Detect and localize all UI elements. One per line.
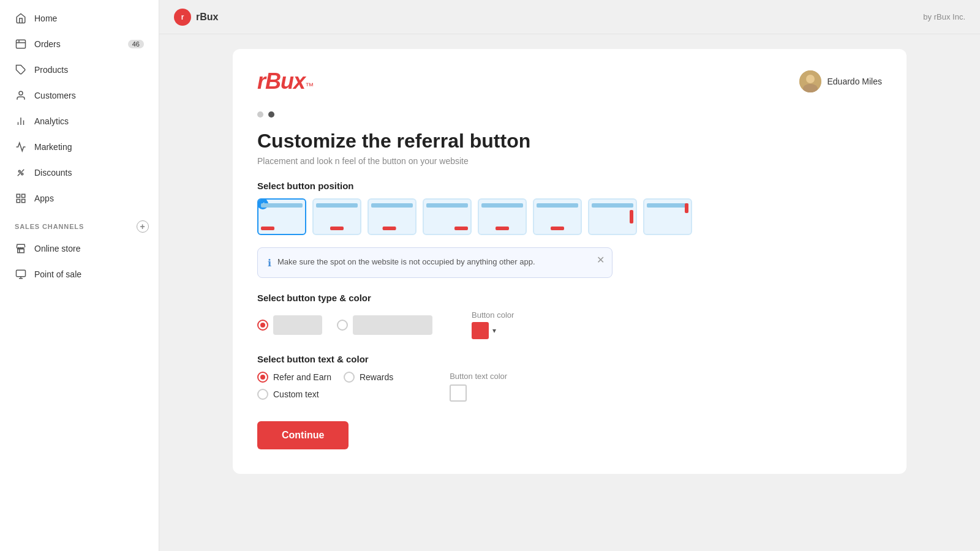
topbar-logo: r rBux	[174, 9, 218, 26]
discounts-icon	[15, 167, 27, 179]
text-color-label: Button text color	[450, 372, 507, 381]
svg-point-9	[21, 173, 23, 175]
color-swatch[interactable]	[472, 322, 489, 339]
orders-icon	[15, 38, 27, 50]
sidebar-item-orders[interactable]: Orders 46	[5, 32, 154, 56]
position-option-4[interactable]	[423, 198, 472, 235]
text-options-row: Refer and Earn Rewards	[257, 372, 393, 383]
position-option-8[interactable]	[643, 198, 692, 235]
info-banner-text: Make sure the spot on the website is not…	[277, 257, 535, 268]
sidebar-item-label: Online store	[34, 244, 80, 253]
app-header: rBux™ Eduardo Miles	[257, 69, 882, 94]
user-info: Eduardo Miles	[799, 70, 883, 92]
svg-point-4	[19, 91, 23, 95]
user-name: Eduardo Miles	[827, 77, 883, 86]
sidebar-item-label: Analytics	[34, 116, 69, 126]
sidebar-item-label: Customers	[34, 91, 76, 100]
position-option-6[interactable]	[533, 198, 582, 235]
stepper-dots	[257, 111, 882, 118]
button-type-long[interactable]	[337, 315, 432, 335]
refer-earn-label: Refer and Earn	[273, 372, 331, 382]
radio-refer-earn[interactable]	[257, 372, 268, 383]
sales-channels-section: SALES CHANNELS +	[0, 212, 159, 235]
button-color-section: Button color ▾	[472, 310, 514, 339]
svg-rect-12	[22, 194, 25, 197]
info-banner-close-button[interactable]: ✕	[597, 254, 605, 266]
sidebar-item-marketing[interactable]: Marketing	[5, 135, 154, 159]
svg-point-8	[18, 170, 20, 172]
svg-rect-14	[22, 200, 25, 203]
store-icon	[15, 242, 27, 255]
position-option-3[interactable]	[368, 198, 417, 235]
info-icon: ℹ	[268, 257, 271, 269]
color-dropdown-arrow[interactable]: ▾	[492, 326, 496, 335]
position-option-1[interactable]: ✓	[257, 198, 306, 235]
content-area: rBux™ Eduardo Miles	[159, 34, 980, 551]
color-picker-row: ▾	[472, 322, 514, 339]
sidebar-item-apps[interactable]: Apps	[5, 186, 154, 211]
avatar	[799, 70, 821, 92]
long-button-preview	[353, 315, 432, 335]
text-color-swatch[interactable]	[450, 384, 467, 402]
radio-short[interactable]	[257, 320, 268, 331]
sidebar-item-products[interactable]: Products	[5, 58, 154, 82]
logo-circle: r	[174, 9, 191, 26]
sidebar-item-label: Discounts	[34, 168, 72, 178]
svg-rect-11	[17, 194, 20, 197]
radio-rewards[interactable]	[344, 372, 355, 383]
sidebar-item-analytics[interactable]: Analytics	[5, 109, 154, 133]
sidebar-item-label: Products	[34, 65, 68, 75]
sidebar-item-home[interactable]: Home	[5, 6, 154, 31]
page-heading: Customize the referral button	[257, 130, 882, 152]
position-section-label: Select button position	[257, 181, 882, 191]
svg-point-21	[806, 75, 815, 83]
sidebar-item-label: Marketing	[34, 142, 72, 152]
position-option-5[interactable]	[478, 198, 527, 235]
text-option-refer-earn[interactable]: Refer and Earn	[257, 372, 331, 383]
sidebar-item-label: Point of sale	[34, 269, 81, 279]
customers-icon	[15, 89, 27, 102]
svg-rect-17	[17, 270, 26, 277]
button-type-short[interactable]	[257, 315, 322, 335]
radio-custom[interactable]	[257, 389, 268, 400]
button-text-section-label: Select button text & color	[257, 354, 882, 364]
sidebar-item-online-store[interactable]: Online store	[5, 236, 154, 261]
page-subheading: Placement and look n feel of the button …	[257, 156, 882, 166]
custom-text-label: Custom text	[273, 389, 319, 399]
topbar: r rBux by rBux Inc.	[159, 0, 980, 34]
apps-icon	[15, 192, 27, 204]
add-sales-channel-button[interactable]: +	[137, 220, 149, 233]
position-option-2[interactable]	[312, 198, 361, 235]
products-icon	[15, 64, 27, 76]
text-option-custom[interactable]: Custom text	[257, 389, 393, 400]
svg-rect-15	[18, 249, 24, 253]
topbar-by-text: by rBux Inc.	[923, 12, 965, 21]
button-type-section-label: Select button type & color	[257, 293, 882, 303]
button-color-label: Button color	[472, 310, 514, 320]
continue-button[interactable]: Continue	[257, 421, 349, 449]
sidebar-item-label: Orders	[34, 39, 61, 49]
svg-rect-13	[17, 200, 20, 203]
orders-badge: 46	[128, 40, 144, 48]
brand-logo: rBux™	[257, 69, 313, 94]
home-icon	[15, 12, 27, 24]
svg-rect-0	[17, 40, 26, 48]
sidebar-item-customers[interactable]: Customers	[5, 83, 154, 108]
sidebar-item-point-of-sale[interactable]: Point of sale	[5, 262, 154, 287]
sidebar-item-discounts[interactable]: Discounts	[5, 160, 154, 185]
sidebar-item-label: Apps	[34, 193, 54, 203]
marketing-icon	[15, 141, 27, 153]
position-options: ✓	[257, 198, 882, 238]
radio-long[interactable]	[337, 320, 348, 331]
position-option-7[interactable]	[588, 198, 637, 235]
pos-icon	[15, 268, 27, 280]
step-dot-2	[268, 111, 274, 118]
sidebar: Home Orders 46 Products	[0, 0, 159, 551]
sidebar-item-label: Home	[34, 13, 57, 23]
text-option-rewards[interactable]: Rewards	[344, 372, 393, 383]
button-type-row: Button color ▾	[257, 310, 882, 339]
step-dot-1	[257, 111, 263, 118]
main-area: r rBux by rBux Inc. rBux™	[159, 0, 980, 551]
info-banner: ℹ Make sure the spot on the website is n…	[257, 247, 612, 278]
app-card: rBux™ Eduardo Miles	[233, 49, 907, 474]
